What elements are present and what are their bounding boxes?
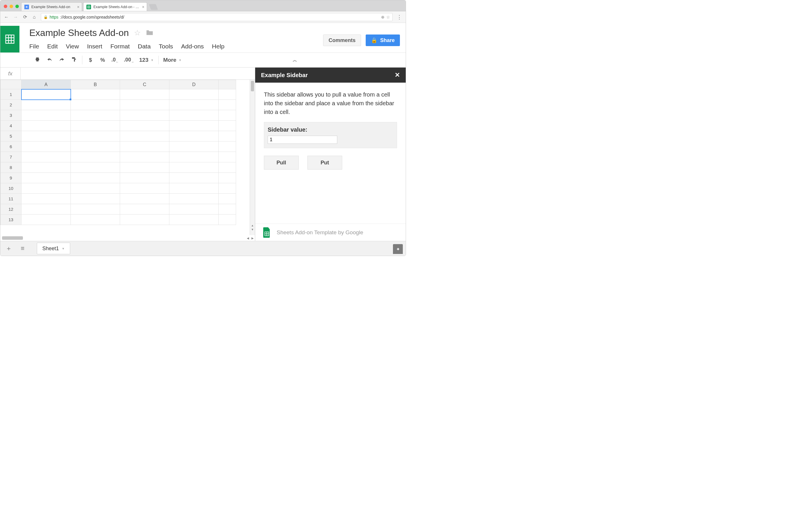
row-header[interactable]: 5 (1, 131, 22, 142)
cell[interactable] (71, 162, 120, 173)
cell[interactable] (120, 173, 169, 183)
format-currency[interactable]: $ (87, 57, 94, 63)
browser-menu-icon[interactable]: ⋮ (397, 14, 402, 20)
cell[interactable] (219, 162, 236, 173)
caret-down-icon[interactable]: ▼ (62, 247, 65, 250)
cell[interactable] (22, 152, 71, 162)
toolbar-more[interactable]: More▼ (163, 57, 181, 63)
cell[interactable] (120, 162, 169, 173)
comments-button[interactable]: Comments (323, 34, 361, 46)
cell[interactable] (22, 204, 71, 215)
pull-button[interactable]: Pull (264, 156, 299, 170)
cell[interactable] (219, 215, 236, 225)
scroll-left-icon[interactable]: ◀ (245, 237, 250, 240)
explore-button[interactable]: ✦ (393, 244, 403, 254)
nav-back-icon[interactable]: ← (4, 14, 9, 20)
cell[interactable] (169, 194, 219, 204)
row-header[interactable]: 13 (1, 215, 22, 225)
tab-close-icon[interactable]: × (77, 5, 80, 9)
all-sheets-icon[interactable]: ≡ (19, 245, 26, 252)
cell[interactable] (169, 204, 219, 215)
row-header[interactable]: 9 (1, 173, 22, 183)
row-header[interactable]: 4 (1, 121, 22, 131)
cell[interactable] (120, 89, 169, 100)
menu-addons[interactable]: Add-ons (181, 43, 204, 50)
nav-home-icon[interactable]: ⌂ (32, 14, 37, 20)
menu-format[interactable]: Format (111, 43, 130, 50)
cell[interactable] (169, 173, 219, 183)
cell[interactable] (120, 110, 169, 121)
cell[interactable] (71, 173, 120, 183)
scroll-right-icon[interactable]: ▶ (250, 237, 255, 240)
cell[interactable] (22, 110, 71, 121)
cell[interactable] (71, 215, 120, 225)
cell[interactable] (120, 204, 169, 215)
sidebar-value-input[interactable] (268, 136, 337, 144)
cell[interactable] (71, 110, 120, 121)
cell[interactable] (71, 142, 120, 152)
cell[interactable] (71, 194, 120, 204)
menu-data[interactable]: Data (138, 43, 150, 50)
row-header[interactable]: 3 (1, 110, 22, 121)
menu-view[interactable]: View (66, 43, 79, 50)
cell[interactable] (22, 215, 71, 225)
window-zoom-icon[interactable] (16, 5, 19, 8)
cell[interactable] (120, 194, 169, 204)
nav-reload-icon[interactable]: ⟳ (22, 14, 28, 20)
menu-file[interactable]: File (29, 43, 39, 50)
cell[interactable] (22, 131, 71, 142)
cell[interactable] (169, 215, 219, 225)
row-header[interactable]: 12 (1, 204, 22, 215)
print-icon[interactable] (34, 57, 41, 63)
cell[interactable] (120, 152, 169, 162)
new-tab-button[interactable] (149, 4, 158, 10)
nav-forward-icon[interactable]: → (13, 14, 18, 20)
window-close-icon[interactable] (4, 5, 7, 8)
cell[interactable] (22, 89, 71, 100)
scrollbar-thumb[interactable] (2, 236, 23, 240)
zoom-icon[interactable]: ⊕ (381, 15, 384, 20)
star-icon[interactable]: ☆ (134, 28, 141, 37)
cell[interactable] (169, 89, 219, 100)
number-format-menu[interactable]: 123▼ (139, 57, 154, 63)
horizontal-scrollbar[interactable]: ◀ ▶ (0, 235, 255, 241)
address-bar[interactable]: 🔒 https://docs.google.com/spreadsheets/d… (41, 13, 393, 21)
collapse-toolbar-icon[interactable]: ︽ (293, 57, 299, 63)
close-icon[interactable]: ✕ (395, 71, 400, 79)
cell[interactable] (219, 183, 236, 194)
cell[interactable] (169, 100, 219, 110)
cell[interactable] (219, 152, 236, 162)
redo-icon[interactable] (58, 57, 65, 63)
row-header[interactable]: 10 (1, 183, 22, 194)
cell[interactable] (120, 100, 169, 110)
cell[interactable] (219, 100, 236, 110)
add-sheet-icon[interactable]: ＋ (5, 244, 12, 253)
cell[interactable] (169, 110, 219, 121)
tab-close-icon[interactable]: × (142, 5, 144, 9)
sheets-logo[interactable] (0, 26, 20, 53)
col-header[interactable]: C (120, 80, 169, 89)
cell[interactable] (71, 183, 120, 194)
cell[interactable] (22, 173, 71, 183)
window-minimize-icon[interactable] (9, 5, 13, 8)
cell[interactable] (169, 131, 219, 142)
select-all-corner[interactable] (1, 80, 22, 89)
cell[interactable] (219, 173, 236, 183)
cell[interactable] (219, 131, 236, 142)
cell[interactable] (169, 162, 219, 173)
cell[interactable] (22, 162, 71, 173)
cell[interactable] (120, 142, 169, 152)
scroll-up-icon[interactable]: ▲ (250, 224, 255, 227)
cell[interactable] (22, 183, 71, 194)
menu-insert[interactable]: Insert (87, 43, 103, 50)
cell[interactable] (71, 121, 120, 131)
spreadsheet-grid[interactable]: A B C D 12345678910111213 (0, 80, 236, 225)
cell[interactable] (22, 194, 71, 204)
paint-format-icon[interactable] (70, 57, 78, 64)
cell[interactable] (219, 142, 236, 152)
increase-decimals[interactable]: .00→ (124, 57, 134, 63)
menu-edit[interactable]: Edit (47, 43, 58, 50)
decrease-decimals[interactable]: .0← (111, 57, 119, 63)
scroll-down-icon[interactable]: ▼ (250, 228, 255, 231)
cell[interactable] (71, 152, 120, 162)
